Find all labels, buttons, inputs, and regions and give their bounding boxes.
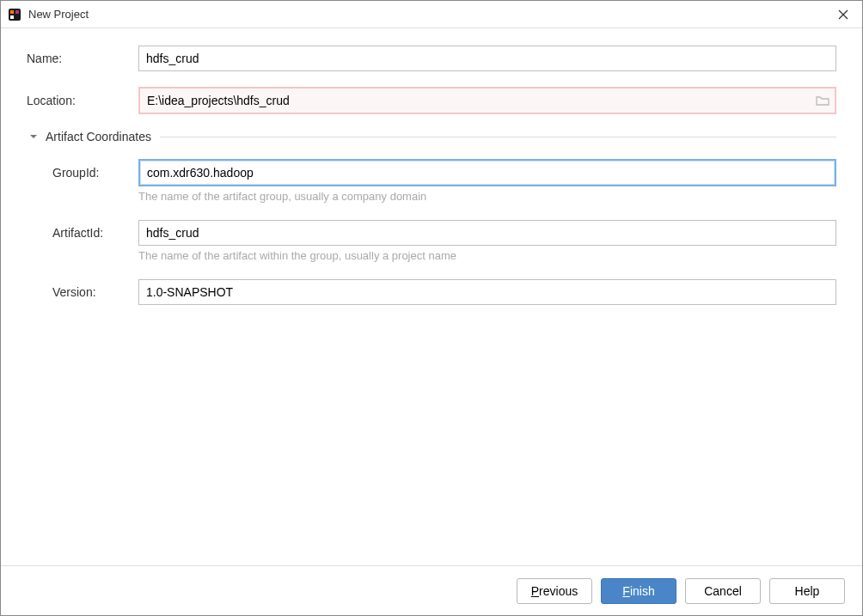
section-label: Artifact Coordinates: [46, 130, 151, 143]
section-divider: [160, 137, 836, 137]
svg-rect-3: [15, 10, 19, 14]
close-button[interactable]: [831, 3, 855, 27]
browse-button[interactable]: [811, 95, 835, 107]
chevron-down-icon: [27, 132, 40, 141]
groupid-label: GroupId:: [52, 166, 138, 180]
artifact-section: GroupId: The name of the artifact group,…: [27, 159, 836, 305]
close-icon: [838, 9, 848, 20]
titlebar: New Project: [1, 1, 862, 28]
location-input[interactable]: [140, 88, 811, 113]
artifact-coordinates-toggle[interactable]: Artifact Coordinates: [27, 130, 836, 143]
name-input[interactable]: [138, 46, 836, 71]
location-label: Location:: [27, 94, 138, 107]
groupid-row: GroupId:: [52, 159, 836, 186]
cancel-button[interactable]: Cancel: [685, 578, 761, 604]
svg-rect-1: [10, 10, 14, 14]
finish-button[interactable]: Finish: [601, 578, 676, 604]
artifactid-row: ArtifactId:: [52, 220, 836, 246]
artifactid-hint-row: The name of the artifact within the grou…: [52, 249, 836, 262]
previous-label-rest: revious: [539, 584, 578, 598]
folder-icon: [816, 95, 829, 107]
name-label: Name:: [27, 52, 138, 65]
finish-label-rest: inish: [630, 584, 655, 598]
help-button[interactable]: Help: [769, 578, 845, 604]
window-title: New Project: [28, 8, 831, 21]
version-row: Version:: [52, 279, 836, 305]
version-label: Version:: [52, 285, 138, 299]
groupid-input[interactable]: [138, 159, 836, 186]
location-field-wrap: [138, 87, 836, 114]
artifactid-input[interactable]: [138, 220, 836, 246]
dialog-footer: Previous Finish Cancel Help: [1, 565, 862, 615]
groupid-hint: The name of the artifact group, usually …: [138, 190, 836, 203]
previous-button[interactable]: Previous: [517, 578, 592, 604]
artifactid-hint: The name of the artifact within the grou…: [138, 249, 836, 262]
app-icon: [8, 8, 21, 21]
version-input[interactable]: [138, 279, 836, 305]
artifactid-label: ArtifactId:: [52, 226, 138, 240]
dialog-content: Name: Location:: [1, 28, 862, 565]
svg-rect-2: [10, 15, 14, 19]
groupid-hint-row: The name of the artifact group, usually …: [52, 190, 836, 203]
name-row: Name:: [27, 46, 836, 71]
location-row: Location:: [27, 87, 836, 114]
